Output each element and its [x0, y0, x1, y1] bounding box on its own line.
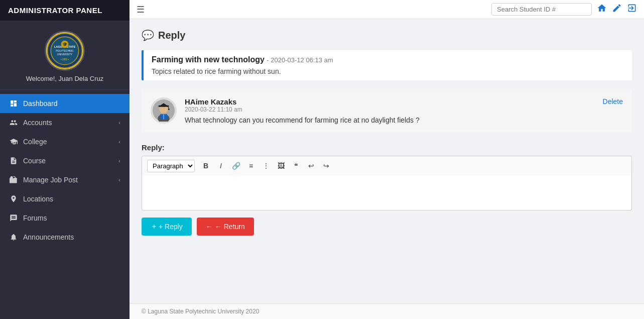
unordered-list-button[interactable]: ≡ — [244, 159, 258, 172]
dashboard-icon — [9, 99, 18, 108]
sidebar-label-dashboard: Dashboard — [23, 99, 58, 108]
avatar: LAGUNA STATE POLYTECHNIC UNIVERSITY • 19… — [45, 31, 85, 71]
comment-text: What technology can you recommend for fa… — [185, 116, 595, 124]
sidebar-label-course: Course — [23, 157, 46, 165]
sidebar-item-forums[interactable]: Forums — [0, 208, 130, 228]
return-button[interactable]: ← ← Return — [197, 218, 254, 236]
comment-body: HAime Kazaks 2020-03-22 11:10 am What te… — [185, 97, 595, 124]
format-select[interactable]: Paragraph — [147, 160, 195, 172]
reply-button[interactable]: ＋ + Reply — [142, 218, 192, 236]
sidebar-item-dashboard[interactable]: Dashboard — [0, 94, 130, 113]
sidebar-item-manage-job-post[interactable]: Manage Job Post ‹ — [0, 170, 130, 189]
sidebar-label-college: College — [23, 138, 47, 146]
svg-point-14 — [168, 109, 170, 110]
delete-button[interactable]: Delete — [603, 97, 623, 105]
hamburger-icon[interactable]: ☰ — [137, 4, 145, 15]
italic-button[interactable]: I — [214, 159, 228, 172]
sidebar-item-announcements[interactable]: Announcements — [0, 228, 130, 247]
post-date: - 2020-03-12 06:13 am — [267, 56, 333, 64]
chat-icon: 💬 — [142, 29, 154, 41]
search-input[interactable] — [491, 3, 592, 16]
chevron-job: ‹ — [118, 177, 120, 183]
comment-avatar — [151, 97, 177, 124]
college-icon — [9, 137, 18, 146]
plus-icon: ＋ — [151, 222, 158, 231]
sidebar-nav: Dashboard Accounts ‹ College ‹ — [0, 90, 130, 251]
post-body: Topics related to rice farming without s… — [152, 67, 624, 75]
sidebar-item-locations[interactable]: Locations — [0, 189, 130, 208]
edit-icon[interactable] — [612, 3, 622, 16]
logout-icon[interactable] — [627, 3, 637, 16]
sidebar-label-locations: Locations — [23, 195, 53, 203]
topbar: ☰ — [130, 0, 644, 19]
post-block: Farming with new technology - 2020-03-12… — [142, 50, 632, 80]
blockquote-button[interactable]: ❝ — [289, 159, 303, 172]
sidebar-label-forums: Forums — [23, 214, 47, 222]
sidebar-item-course[interactable]: Course ‹ — [0, 151, 130, 170]
sidebar-label-accounts: Accounts — [23, 119, 52, 127]
page-content: 💬 Reply Farming with new technology - 20… — [130, 19, 644, 303]
post-title: Farming with new technology - 2020-03-12… — [152, 55, 624, 64]
sidebar-item-college[interactable]: College ‹ — [0, 132, 130, 151]
comment-date: 2020-03-22 11:10 am — [185, 106, 595, 113]
topbar-icons — [597, 3, 637, 16]
action-buttons: ＋ + Reply ← ← Return — [142, 218, 632, 236]
sidebar-profile: LAGUNA STATE POLYTECHNIC UNIVERSITY • 19… — [0, 21, 130, 90]
home-icon[interactable] — [597, 3, 607, 16]
chevron-accounts: ‹ — [118, 120, 120, 126]
comment-author: HAime Kazaks — [185, 97, 595, 106]
image-button[interactable]: 🖼 — [274, 159, 288, 172]
bold-button[interactable]: B — [199, 159, 213, 172]
forums-icon — [9, 214, 18, 223]
footer: © Laguna State Polytechnic University 20… — [130, 303, 644, 319]
sidebar: ADMINISTRATOR PANEL LAGUNA STATE POLYTEC… — [0, 0, 130, 319]
accounts-icon — [9, 118, 18, 127]
main-area: ☰ 💬 Reply Farming with new technology - — [130, 0, 644, 319]
undo-button[interactable]: ↩ — [304, 159, 318, 172]
page-title: 💬 Reply — [142, 29, 632, 41]
sidebar-welcome: Welcome!, Juan Dela Cruz — [26, 75, 103, 82]
svg-text:UNIVERSITY: UNIVERSITY — [57, 53, 73, 56]
ordered-list-button[interactable]: ⋮ — [259, 159, 273, 172]
sidebar-item-accounts[interactable]: Accounts ‹ — [0, 113, 130, 132]
svg-text:🎓: 🎓 — [62, 42, 68, 47]
svg-text:• 1952 •: • 1952 • — [61, 58, 69, 61]
sidebar-label-announcements: Announcements — [23, 233, 74, 241]
reply-editor[interactable] — [142, 175, 632, 210]
sidebar-label-manage-job-post: Manage Job Post — [23, 176, 78, 184]
chevron-course: ‹ — [118, 158, 120, 164]
editor-toolbar: Paragraph B I 🔗 ≡ ⋮ 🖼 ❝ ↩ ↪ — [142, 156, 632, 175]
svg-text:POLYTECHNIC: POLYTECHNIC — [56, 49, 74, 52]
arrow-left-icon: ← — [206, 223, 213, 231]
link-button[interactable]: 🔗 — [229, 159, 243, 172]
course-icon — [9, 156, 18, 165]
announcements-icon — [9, 233, 18, 242]
reply-form-label: Reply: — [142, 143, 632, 152]
chevron-college: ‹ — [118, 139, 120, 145]
job-icon — [9, 175, 18, 184]
comment-block: HAime Kazaks 2020-03-22 11:10 am What te… — [142, 89, 632, 132]
locations-icon — [9, 194, 18, 203]
redo-button[interactable]: ↪ — [319, 159, 333, 172]
sidebar-title: ADMINISTRATOR PANEL — [0, 0, 130, 21]
